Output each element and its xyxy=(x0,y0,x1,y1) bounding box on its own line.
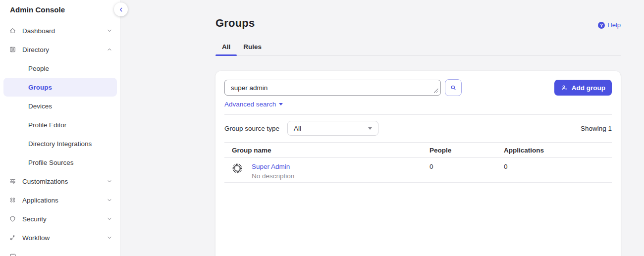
showing-count: Showing 1 xyxy=(581,125,612,132)
table-header: Group name People Applications xyxy=(224,143,612,157)
sidebar-nav: Dashboard Directory People Groups Device… xyxy=(0,21,120,256)
group-source-type-select[interactable]: All xyxy=(287,121,378,136)
group-description: No description xyxy=(252,172,294,180)
sidebar-item-label: Customizations xyxy=(22,178,68,185)
search-input[interactable]: super admin xyxy=(224,80,441,96)
chevron-down-icon xyxy=(107,235,112,241)
advanced-search-link[interactable]: Advanced search xyxy=(224,101,283,108)
add-group-label: Add group xyxy=(572,84,605,92)
search-box: super admin xyxy=(224,80,441,96)
sidebar-item-label: People xyxy=(28,65,49,72)
sidebar-item-profile-sources[interactable]: Profile Sources xyxy=(0,153,120,172)
group-spokes-icon xyxy=(232,163,243,180)
sidebar-item-dashboard[interactable]: Dashboard xyxy=(0,21,120,40)
chevron-down-icon xyxy=(107,178,112,184)
help-link[interactable]: ? Help xyxy=(598,21,621,30)
sidebar-item-label: Directory Integrations xyxy=(28,140,92,148)
sidebar: Admin Console Dashboard Directory People… xyxy=(0,0,121,256)
app-grid-icon xyxy=(9,196,16,204)
sidebar-collapse-button[interactable] xyxy=(114,2,128,16)
sidebar-item-applications[interactable]: Applications xyxy=(0,191,120,209)
chevron-up-icon xyxy=(107,47,112,52)
select-value: All xyxy=(294,125,301,132)
shield-icon xyxy=(9,215,16,223)
sidebar-item-devices[interactable]: Devices xyxy=(0,97,120,115)
sidebar-item-partial[interactable] xyxy=(0,247,120,256)
search-button[interactable] xyxy=(445,79,462,96)
app-title: Admin Console xyxy=(0,0,120,14)
page-title: Groups xyxy=(215,17,255,30)
sidebar-item-label: Profile Sources xyxy=(28,159,74,166)
add-group-button[interactable]: Add group xyxy=(554,80,612,96)
caret-down-icon xyxy=(368,127,372,130)
chevron-down-icon xyxy=(107,28,112,34)
tab-label: Rules xyxy=(243,43,262,51)
sidebar-item-label: Directory xyxy=(22,46,49,53)
sidebar-item-label: Applications xyxy=(22,197,58,204)
column-applications: Applications xyxy=(504,147,612,154)
main-content: Groups ? Help All Rules super admin xyxy=(121,0,644,256)
question-mark-icon: ? xyxy=(598,22,605,29)
divider xyxy=(224,182,612,183)
applications-count: 0 xyxy=(504,163,612,171)
tab-rules[interactable]: Rules xyxy=(237,43,268,55)
id-badge-icon xyxy=(9,46,16,53)
sidebar-item-directory-integrations[interactable]: Directory Integrations xyxy=(0,134,120,153)
chevron-down-icon xyxy=(107,197,112,203)
reports-icon xyxy=(9,253,17,256)
sidebar-item-label: Profile Editor xyxy=(28,121,66,129)
column-group-name: Group name xyxy=(224,147,429,154)
sidebar-item-label: Workflow xyxy=(22,234,50,242)
tab-bar: All Rules xyxy=(215,43,621,56)
sidebar-item-people[interactable]: People xyxy=(0,59,120,78)
sidebar-item-label: Groups xyxy=(28,84,52,91)
sliders-icon xyxy=(9,177,16,185)
group-name-cell: Super Admin No description xyxy=(224,163,429,180)
sidebar-item-label: Devices xyxy=(28,102,52,110)
magnifier-icon xyxy=(449,84,457,92)
sidebar-item-customizations[interactable]: Customizations xyxy=(0,172,120,191)
person-plus-icon xyxy=(561,84,568,92)
caret-down-icon xyxy=(279,103,283,105)
sidebar-item-workflow[interactable]: Workflow xyxy=(0,228,120,247)
help-label: Help xyxy=(607,21,621,29)
sidebar-item-label: Dashboard xyxy=(22,27,55,35)
people-count: 0 xyxy=(429,163,504,171)
sidebar-item-directory[interactable]: Directory xyxy=(0,40,120,59)
sidebar-item-groups[interactable]: Groups xyxy=(3,78,117,97)
group-source-type-label: Group source type xyxy=(224,125,279,132)
column-people: People xyxy=(429,147,504,154)
filter-row: Group source type All Showing 1 xyxy=(224,121,612,136)
page-header: Groups ? Help xyxy=(215,0,621,30)
tab-label: All xyxy=(222,43,230,51)
sidebar-item-label: Security xyxy=(22,215,47,223)
advanced-search-label: Advanced search xyxy=(224,101,276,108)
groups-card: super admin Add group Advanced search xyxy=(215,71,621,256)
search-row: super admin Add group xyxy=(224,79,612,96)
group-name-link[interactable]: Super Admin xyxy=(252,163,294,171)
workflow-icon xyxy=(9,234,16,242)
divider xyxy=(224,114,612,115)
home-icon xyxy=(9,27,16,35)
tab-all[interactable]: All xyxy=(215,43,237,55)
table-row: Super Admin No description 0 0 xyxy=(224,158,612,182)
sidebar-item-profile-editor[interactable]: Profile Editor xyxy=(0,115,120,134)
chevron-left-icon xyxy=(118,6,124,13)
sidebar-item-security[interactable]: Security xyxy=(0,209,120,228)
chevron-down-icon xyxy=(107,216,112,222)
